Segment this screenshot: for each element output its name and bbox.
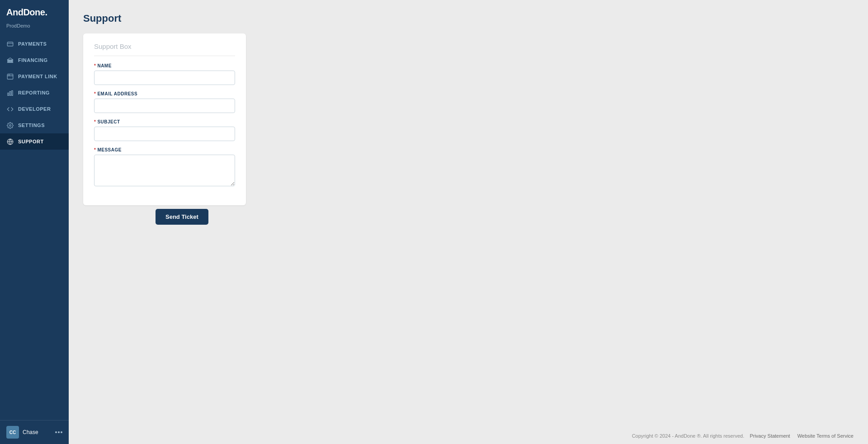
sidebar-item-financing[interactable]: Financing <box>0 52 69 68</box>
email-input[interactable] <box>94 99 235 113</box>
sidebar-footer: CC Chase <box>0 420 69 444</box>
footer-user-name: Chase <box>23 429 38 435</box>
sidebar-item-support[interactable]: Support <box>0 133 69 150</box>
svg-rect-2 <box>7 60 8 62</box>
dot-2 <box>58 431 60 433</box>
svg-rect-0 <box>7 42 13 46</box>
link-icon <box>6 73 14 80</box>
sidebar-item-payments[interactable]: Payments <box>0 36 69 52</box>
bank-icon <box>6 57 14 64</box>
sidebar-item-payment-link[interactable]: Payment Link <box>0 68 69 85</box>
avatar: CC <box>6 426 19 439</box>
main-content: Support Support Box *Name *Email Address <box>69 0 868 444</box>
footer-menu-dots[interactable] <box>55 431 62 433</box>
message-textarea[interactable] <box>94 155 235 186</box>
gear-icon <box>6 122 14 129</box>
email-required-star: * <box>94 91 96 96</box>
sidebar-item-reporting[interactable]: Reporting <box>0 85 69 101</box>
name-input[interactable] <box>94 71 235 85</box>
svg-rect-5 <box>11 60 11 62</box>
sidebar-item-settings[interactable]: Settings <box>0 117 69 133</box>
message-group: *Message <box>94 147 235 188</box>
support-card: Support Box *Name *Email Address *Subjec… <box>83 33 246 205</box>
email-label: *Email Address <box>94 91 235 96</box>
credit-card-icon <box>6 40 14 47</box>
message-required-star: * <box>94 147 96 152</box>
message-label: *Message <box>94 147 235 152</box>
sidebar-nav: Payments Financing Payment Link Reportin… <box>0 34 69 420</box>
globe-icon <box>6 138 14 145</box>
svg-rect-8 <box>7 74 13 79</box>
content-area: Support Support Box *Name *Email Address <box>69 0 868 428</box>
code-icon <box>6 105 14 113</box>
subject-required-star: * <box>94 119 96 124</box>
chart-icon <box>6 89 14 96</box>
sidebar: AndDone. ProdDemo Payments Financing Pay… <box>0 0 69 444</box>
page-footer: Copyright © 2024 - AndDone ®. All rights… <box>69 428 868 444</box>
svg-rect-11 <box>7 93 9 95</box>
sidebar-account: ProdDemo <box>0 21 69 34</box>
dot-3 <box>61 431 62 433</box>
svg-rect-3 <box>9 60 9 62</box>
footer-links: Privacy Statement Website Terms of Servi… <box>750 433 854 439</box>
send-ticket-button[interactable]: Send Ticket <box>156 209 208 225</box>
svg-rect-12 <box>9 91 11 95</box>
svg-rect-4 <box>9 60 10 62</box>
subject-input[interactable] <box>94 127 235 141</box>
logo: AndDone. <box>0 0 69 21</box>
sidebar-item-developer[interactable]: Developer <box>0 101 69 117</box>
logo-text: AndDone. <box>6 7 47 17</box>
name-required-star: * <box>94 63 96 68</box>
name-group: *Name <box>94 63 235 85</box>
subject-group: *Subject <box>94 119 235 141</box>
card-title: Support Box <box>94 43 235 56</box>
terms-of-service-link[interactable]: Website Terms of Service <box>797 433 854 439</box>
page-title: Support <box>83 13 854 24</box>
svg-rect-6 <box>12 60 12 62</box>
copyright-text: Copyright © 2024 - AndDone ®. All rights… <box>632 433 745 439</box>
privacy-statement-link[interactable]: Privacy Statement <box>750 433 790 439</box>
name-label: *Name <box>94 63 235 68</box>
svg-rect-13 <box>11 90 13 95</box>
dot-1 <box>55 431 57 433</box>
subject-label: *Subject <box>94 119 235 124</box>
svg-point-14 <box>9 124 11 126</box>
email-group: *Email Address <box>94 91 235 113</box>
